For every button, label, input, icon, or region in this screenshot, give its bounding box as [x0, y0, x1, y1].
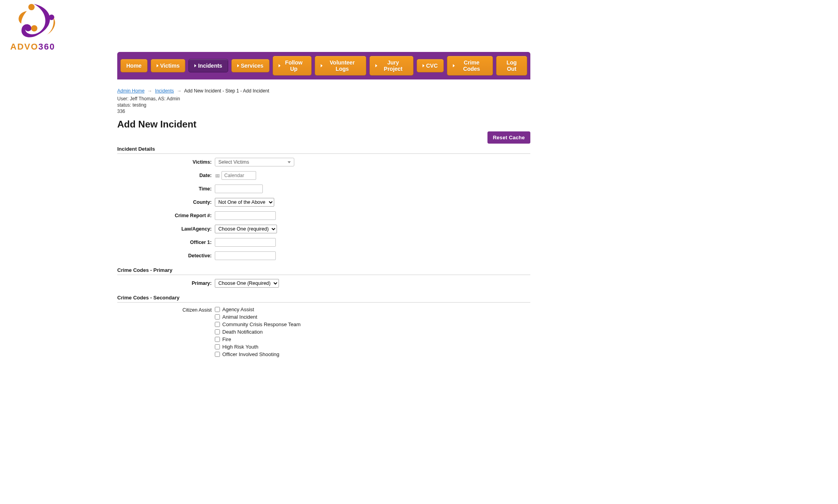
- nav-label: Victims: [160, 63, 180, 69]
- nav-crime-codes[interactable]: Crime Codes: [447, 56, 493, 76]
- page-title: Add New Incident: [117, 119, 530, 130]
- nav-label: Volunteer Logs: [324, 59, 360, 72]
- victims-multiselect[interactable]: Select Victims: [215, 158, 294, 166]
- label-date: Date:: [117, 173, 215, 178]
- checkbox-item[interactable]: Death Notification: [215, 329, 301, 335]
- caret-right-icon: [321, 64, 323, 67]
- nav-volunteer-logs[interactable]: Volunteer Logs: [315, 56, 366, 76]
- reset-cache-button[interactable]: Reset Cache: [487, 131, 530, 144]
- checkbox[interactable]: [215, 307, 220, 312]
- checkbox-label: Agency Assist: [222, 306, 254, 312]
- checkbox[interactable]: [215, 329, 220, 334]
- caret-right-icon: [157, 64, 159, 67]
- checkbox-label: Death Notification: [222, 329, 263, 335]
- breadcrumb-admin-home[interactable]: Admin Home: [117, 88, 144, 94]
- victims-placeholder: Select Victims: [218, 159, 249, 165]
- checkbox[interactable]: [215, 337, 220, 342]
- nav-label: Incidents: [198, 63, 222, 69]
- row-date: Date: 📅︎: [117, 171, 530, 180]
- label-detective: Detective:: [117, 253, 215, 258]
- nav-label: Log Out: [502, 59, 521, 72]
- label-officer1: Officer 1:: [117, 240, 215, 245]
- law-agency-select[interactable]: Choose One (required): [215, 225, 277, 233]
- main-nav: HomeVictimsIncidentsServicesFollow UpVol…: [117, 52, 530, 79]
- checkbox-item[interactable]: Officer Involved Shooting: [215, 351, 301, 357]
- svg-point-1: [49, 15, 54, 20]
- detective-input[interactable]: [215, 251, 276, 260]
- nav-cvc[interactable]: CVC: [417, 59, 444, 72]
- row-primary-code: Primary: Choose One (Required): [117, 279, 530, 288]
- checkbox-item[interactable]: High Risk Youth: [215, 344, 301, 350]
- logo-mark: ADVO360: [9, 4, 68, 52]
- status-line: status: testing: [117, 102, 530, 108]
- brand-360: 360: [39, 42, 55, 52]
- label-citizen-assist: Citizen Assist: [117, 306, 215, 313]
- citizen-assist-list: Agency AssistAnimal IncidentCommunity Cr…: [215, 306, 301, 357]
- nav-label: Follow Up: [282, 59, 306, 72]
- nav-home[interactable]: Home: [120, 59, 148, 72]
- user-line: User: Jeff Thomas, AS: Admin: [117, 96, 530, 102]
- nav-follow-up[interactable]: Follow Up: [273, 56, 312, 76]
- row-law-agency: Law/Agency: Choose One (required): [117, 225, 530, 233]
- section-incident-details: Incident Details: [117, 144, 530, 154]
- date-input[interactable]: [221, 171, 256, 180]
- caret-right-icon: [194, 64, 196, 67]
- label-time: Time:: [117, 186, 215, 192]
- label-crime-report: Crime Report #:: [117, 213, 215, 218]
- nav-label: CVC: [426, 63, 438, 69]
- checkbox-item[interactable]: Agency Assist: [215, 306, 301, 312]
- brand-text: ADVO360: [9, 42, 68, 52]
- primary-code-select[interactable]: Choose One (Required): [215, 279, 279, 288]
- count-line: 336: [117, 109, 530, 114]
- nav-label: Crime Codes: [456, 59, 487, 72]
- crime-report-input[interactable]: [215, 211, 276, 220]
- checkbox-item[interactable]: Community Crisis Response Team: [215, 321, 301, 327]
- logo-svg: [9, 4, 68, 42]
- checkbox-label: Fire: [222, 336, 231, 342]
- nav-incidents[interactable]: Incidents: [188, 59, 228, 72]
- label-law-agency: Law/Agency:: [117, 226, 215, 232]
- checkbox[interactable]: [215, 322, 220, 327]
- nav-services[interactable]: Services: [231, 59, 269, 72]
- nav-label: Home: [126, 63, 142, 69]
- row-victims: Victims: Select Victims: [117, 158, 530, 166]
- officer1-input[interactable]: [215, 238, 276, 247]
- nav-log-out[interactable]: Log Out: [496, 56, 527, 76]
- brand-logo: ADVO360: [0, 0, 838, 52]
- checkbox-item[interactable]: Fire: [215, 336, 301, 342]
- county-select[interactable]: Not One of the Above: [215, 198, 274, 207]
- row-officer1: Officer 1:: [117, 238, 530, 247]
- page-content: Admin Home → Incidents → Add New Inciden…: [117, 79, 530, 378]
- nav-victims[interactable]: Victims: [151, 59, 186, 72]
- caret-right-icon: [279, 64, 281, 67]
- row-time: Time:: [117, 185, 530, 193]
- breadcrumb-sep-icon: →: [148, 88, 152, 94]
- svg-point-0: [28, 4, 35, 10]
- row-detective: Detective:: [117, 251, 530, 260]
- nav-jury-project[interactable]: Jury Project: [369, 56, 413, 76]
- chevron-down-icon: [288, 161, 291, 163]
- caret-right-icon: [375, 64, 377, 67]
- row-crime-report: Crime Report #:: [117, 211, 530, 220]
- label-primary: Primary:: [117, 281, 215, 286]
- breadcrumb-incidents[interactable]: Incidents: [155, 88, 174, 94]
- checkbox[interactable]: [215, 352, 220, 357]
- time-input[interactable]: [215, 185, 263, 193]
- checkbox[interactable]: [215, 314, 220, 319]
- checkbox[interactable]: [215, 344, 220, 349]
- breadcrumb-sep-icon: →: [177, 88, 181, 94]
- label-county: County:: [117, 199, 215, 205]
- breadcrumb-tail: Add New Incident - Step 1 - Add Incident: [184, 88, 269, 94]
- checkbox-item[interactable]: Animal Incident: [215, 314, 301, 320]
- caret-right-icon: [423, 64, 425, 67]
- brand-advo: ADVO: [10, 42, 39, 52]
- svg-point-2: [31, 25, 37, 31]
- calendar-icon[interactable]: 📅︎: [215, 173, 220, 179]
- label-victims: Victims:: [117, 159, 215, 165]
- breadcrumb: Admin Home → Incidents → Add New Inciden…: [117, 88, 530, 96]
- caret-right-icon: [453, 64, 455, 67]
- checkbox-label: High Risk Youth: [222, 344, 258, 350]
- incident-form: Victims: Select Victims Date: 📅︎ Time:: [117, 158, 530, 260]
- row-citizen-assist: Citizen Assist Agency AssistAnimal Incid…: [117, 306, 530, 357]
- nav-label: Services: [241, 63, 264, 69]
